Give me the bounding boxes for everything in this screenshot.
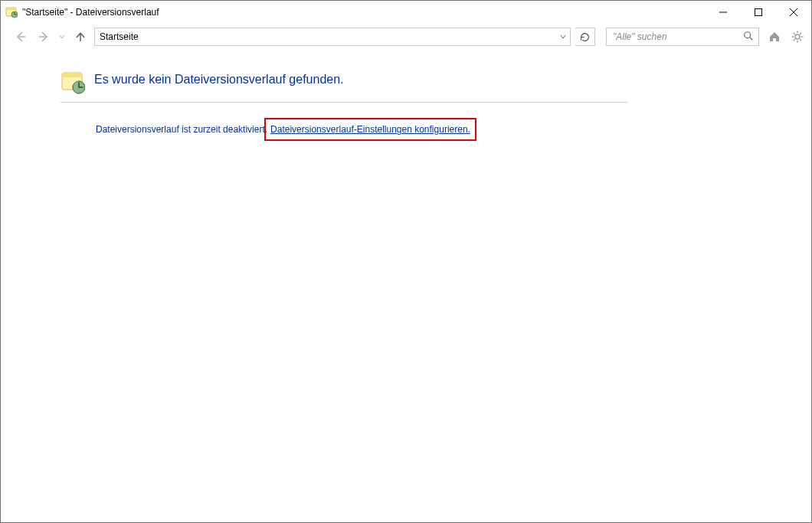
svg-line-18 [794, 39, 795, 41]
configure-link[interactable]: Dateiversionsverlauf-Einstellungen konfi… [270, 124, 470, 135]
content-area: Es wurde kein Dateiversionsverlauf gefun… [1, 50, 811, 522]
svg-rect-4 [755, 9, 762, 16]
file-history-large-icon [61, 70, 85, 94]
page-heading: Es wurde kein Dateiversionsverlauf gefun… [94, 70, 344, 87]
svg-rect-1 [6, 8, 16, 10]
svg-point-11 [795, 34, 800, 39]
svg-rect-21 [62, 73, 82, 77]
home-icon[interactable] [767, 29, 782, 44]
forward-button[interactable] [34, 28, 53, 46]
gear-icon[interactable] [790, 29, 805, 44]
heading-row: Es wurde kein Dateiversionsverlauf gefun… [61, 70, 627, 103]
titlebar: "Startseite" - Dateiversionsverlauf [1, 1, 811, 24]
address-text: Startseite [95, 28, 556, 45]
refresh-button[interactable] [575, 28, 595, 46]
search-box[interactable] [606, 28, 759, 46]
back-button[interactable] [11, 28, 30, 46]
file-history-icon [5, 6, 18, 18]
address-dropdown-icon[interactable] [556, 28, 570, 45]
search-input[interactable] [611, 31, 743, 43]
window-title: "Startseite" - Dateiversionsverlauf [22, 7, 159, 18]
svg-line-17 [800, 39, 801, 41]
address-bar[interactable]: Startseite [94, 28, 571, 46]
toolbar: Startseite [1, 24, 811, 50]
svg-point-9 [745, 32, 751, 38]
svg-line-19 [800, 33, 801, 34]
highlight-box: Dateiversionsverlauf-Einstellungen konfi… [264, 118, 476, 141]
window: "Startseite" - Dateiversionsverlauf Star… [0, 0, 812, 523]
svg-line-10 [750, 38, 753, 41]
up-button[interactable] [71, 28, 90, 46]
status-text: Dateiversionsverlauf ist zurzeit deaktiv… [96, 124, 267, 135]
status-row: Dateiversionsverlauf ist zurzeit deaktiv… [96, 118, 793, 141]
close-button[interactable] [776, 1, 811, 24]
svg-line-16 [794, 33, 795, 34]
recent-dropdown-icon[interactable] [57, 28, 67, 46]
search-icon[interactable] [743, 31, 755, 43]
maximize-button[interactable] [741, 1, 776, 24]
minimize-button[interactable] [706, 1, 741, 24]
